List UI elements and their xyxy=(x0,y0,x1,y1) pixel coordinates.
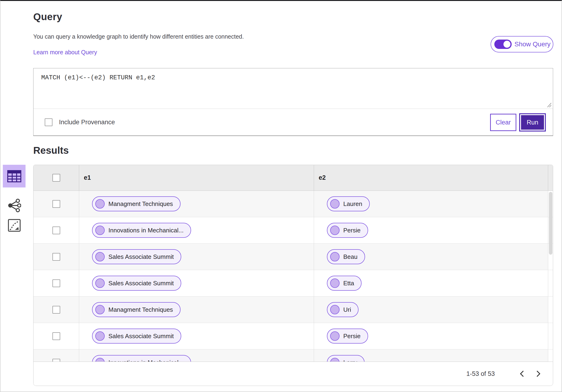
table-row: Managment Techniques Uri xyxy=(34,297,553,323)
entity-dot-icon xyxy=(95,305,105,314)
table-body: Managment Techniques Lauren Innovations … xyxy=(34,191,553,362)
column-header-e1: e1 xyxy=(79,165,314,191)
show-query-label: Show Query xyxy=(515,40,550,48)
include-provenance-checkbox[interactable] xyxy=(45,118,52,126)
table-header-row: e1 e2 xyxy=(34,165,553,191)
table-footer: 1-53 of 53 xyxy=(34,362,553,386)
toggle-switch-icon[interactable] xyxy=(494,40,512,49)
entity-dot-icon xyxy=(330,278,340,288)
learn-more-link[interactable]: Learn more about Query xyxy=(33,49,97,56)
table-row: Managment Techniques Lauren xyxy=(34,191,553,217)
entity-dot-icon xyxy=(330,226,340,235)
table-view-button[interactable] xyxy=(3,165,25,187)
entity-pill-e1[interactable]: Sales Associate Summit xyxy=(92,249,181,264)
header-checkbox-cell xyxy=(34,165,79,191)
row-checkbox[interactable] xyxy=(52,253,60,261)
entity-dot-icon xyxy=(95,252,105,261)
entity-dot-icon xyxy=(95,278,105,288)
row-checkbox[interactable] xyxy=(52,200,60,208)
chevron-left-icon xyxy=(519,370,525,377)
entity-pill-e1[interactable]: Innovations in Mechanical... xyxy=(92,223,191,238)
entity-pill-e1[interactable]: Sales Associate Summit xyxy=(92,276,181,291)
chart-view-icon xyxy=(8,219,21,232)
entity-pill-e2[interactable]: Larry xyxy=(327,355,365,362)
pagination-range: 1-53 of 53 xyxy=(466,370,495,378)
results-title: Results xyxy=(33,145,69,156)
graph-view-button[interactable] xyxy=(8,199,21,212)
entity-dot-icon xyxy=(330,199,340,208)
entity-pill-e2[interactable]: Persie xyxy=(327,223,368,238)
entity-pill-e1[interactable]: Managment Techniques xyxy=(92,196,181,211)
clear-button[interactable]: Clear xyxy=(490,114,516,131)
query-page: Query You can query a knowledge graph to… xyxy=(0,0,562,392)
resize-handle-icon[interactable] xyxy=(546,102,552,108)
query-panel: Include Provenance Clear Run xyxy=(33,68,553,136)
entity-pill-e2[interactable]: Etta xyxy=(327,276,362,291)
graph-view-icon xyxy=(8,199,21,212)
entity-pill-e1[interactable]: Sales Associate Summit xyxy=(92,329,181,344)
header-scrollbar-spacer xyxy=(548,165,553,191)
row-checkbox[interactable] xyxy=(52,279,60,287)
entity-pill-e2[interactable]: Beau xyxy=(327,249,365,264)
vertical-scrollbar-thumb[interactable] xyxy=(549,192,552,255)
table-row: Innovations in Mechanical... Persie xyxy=(34,217,553,244)
entity-pill-e1[interactable]: Managment Techniques xyxy=(92,302,181,317)
entity-dot-icon xyxy=(95,199,105,208)
query-input[interactable] xyxy=(34,68,553,109)
include-provenance-label: Include Provenance xyxy=(59,119,115,126)
chevron-right-icon xyxy=(535,370,541,377)
run-button[interactable]: Run xyxy=(521,115,544,130)
toggle-knob xyxy=(503,41,511,48)
entity-pill-e2[interactable]: Uri xyxy=(327,302,359,317)
entity-pill-e1[interactable]: Innovations in Mechanical... xyxy=(92,355,191,362)
entity-dot-icon xyxy=(330,305,340,314)
show-query-toggle[interactable]: Show Query xyxy=(491,36,553,52)
table-row: Sales Associate Summit Persie xyxy=(34,323,553,349)
table-row: Innovations in Mechanical... Larry xyxy=(34,349,553,362)
include-provenance-row: Include Provenance xyxy=(45,109,115,136)
table-row: Sales Associate Summit Beau xyxy=(34,244,553,270)
entity-dot-icon xyxy=(95,226,105,235)
entity-dot-icon xyxy=(95,331,105,341)
row-checkbox[interactable] xyxy=(52,306,60,314)
results-table: e1 e2 Managment Techniques Lauren Innov xyxy=(33,165,553,386)
prev-page-button[interactable] xyxy=(515,367,528,380)
page-description: You can query a knowledge graph to ident… xyxy=(33,33,244,40)
column-header-e2: e2 xyxy=(314,165,548,191)
entity-pill-e2[interactable]: Persie xyxy=(327,329,368,344)
row-checkbox[interactable] xyxy=(52,227,60,234)
entity-dot-icon xyxy=(330,252,340,261)
table-view-icon xyxy=(7,170,21,182)
page-title: Query xyxy=(33,11,62,23)
entity-dot-icon xyxy=(330,331,340,341)
table-row: Sales Associate Summit Etta xyxy=(34,270,553,297)
chart-view-button[interactable] xyxy=(8,219,21,232)
next-page-button[interactable] xyxy=(532,367,545,380)
select-all-checkbox[interactable] xyxy=(52,174,60,182)
row-checkbox[interactable] xyxy=(52,332,60,340)
entity-pill-e2[interactable]: Lauren xyxy=(327,196,370,211)
